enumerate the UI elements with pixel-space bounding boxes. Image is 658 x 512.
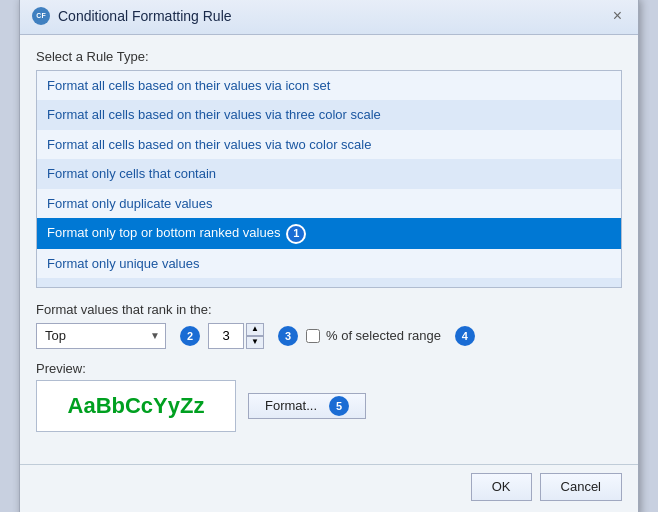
preview-text: AaBbCcYyZz: [68, 393, 205, 419]
preview-section: Preview: AaBbCcYyZz Format... 5: [36, 361, 622, 432]
spinner-up-button[interactable]: ▲: [246, 323, 264, 336]
dialog-icon: CF: [32, 7, 50, 25]
dialog-title: Conditional Formatting Rule: [58, 8, 232, 24]
rank-spinner-input[interactable]: [208, 323, 244, 349]
rule-item-above-below-avg[interactable]: Format only values that are above or bel…: [37, 278, 621, 287]
preview-row: AaBbCcYyZz Format... 5: [36, 380, 622, 432]
close-button[interactable]: ×: [609, 6, 626, 26]
rule-item-cells-contain[interactable]: Format only cells that contain: [37, 159, 621, 189]
rule-item-two-color[interactable]: Format all cells based on their values v…: [37, 130, 621, 160]
rule-list[interactable]: Format all cells based on their values v…: [36, 70, 622, 288]
preview-box: AaBbCcYyZz: [36, 380, 236, 432]
cancel-button[interactable]: Cancel: [540, 473, 622, 501]
rule-type-label: Select a Rule Type:: [36, 49, 622, 64]
badge-4: 4: [455, 326, 475, 346]
rank-controls: TopBottom ▼ 2 ▲ ▼ 3 % of selected range: [36, 323, 622, 349]
badge-5: 5: [329, 396, 349, 416]
rule-item-icon-set[interactable]: Format all cells based on their values v…: [37, 71, 621, 101]
title-bar-left: CF Conditional Formatting Rule: [32, 7, 232, 25]
conditional-formatting-dialog: CF Conditional Formatting Rule × Select …: [19, 0, 639, 512]
format-rank-label: Format values that rank in the:: [36, 302, 622, 317]
checkbox-group: % of selected range: [306, 328, 441, 343]
rank-dropdown[interactable]: TopBottom: [36, 323, 166, 349]
percent-checkbox[interactable]: [306, 329, 320, 343]
rule-item-duplicate[interactable]: Format only duplicate values: [37, 189, 621, 219]
format-rank-section: Format values that rank in the: TopBotto…: [36, 302, 622, 349]
badge-1: 1: [286, 224, 306, 244]
rule-item-top-bottom[interactable]: Format only top or bottom ranked values1: [37, 218, 621, 249]
dialog-body: Select a Rule Type: Format all cells bas…: [20, 35, 638, 460]
badge-3: 3: [278, 326, 298, 346]
percent-label: % of selected range: [326, 328, 441, 343]
format-button-label: Format...: [265, 398, 317, 413]
title-bar: CF Conditional Formatting Rule ×: [20, 0, 638, 35]
preview-label: Preview:: [36, 361, 622, 376]
format-button[interactable]: Format... 5: [248, 393, 366, 419]
spinner-group: ▲ ▼: [208, 323, 264, 349]
rank-dropdown-wrapper: TopBottom ▼: [36, 323, 166, 349]
spinner-buttons: ▲ ▼: [246, 323, 264, 349]
rule-item-unique[interactable]: Format only unique values: [37, 249, 621, 279]
badge-2: 2: [180, 326, 200, 346]
dialog-footer: OK Cancel: [20, 464, 638, 513]
spinner-down-button[interactable]: ▼: [246, 336, 264, 349]
rule-item-three-color[interactable]: Format all cells based on their values v…: [37, 100, 621, 130]
ok-button[interactable]: OK: [471, 473, 532, 501]
